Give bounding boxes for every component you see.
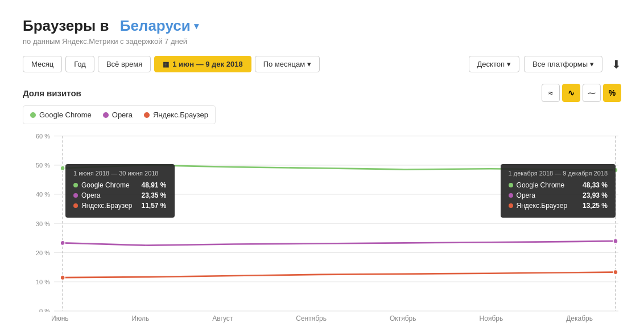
view-lines-button[interactable]: ≈: [542, 84, 560, 102]
month-button[interactable]: Месяц: [23, 56, 62, 72]
page-title-blue: Беларуси: [120, 17, 191, 35]
x-axis-labels: Июнь Июль Август Сентябрь Октябрь Ноябрь…: [23, 312, 621, 322]
platforms-button[interactable]: Все платформы ▾: [524, 56, 602, 72]
groupby-label: По месяцам: [263, 60, 306, 68]
svg-text:60 %: 60 %: [36, 133, 50, 140]
svg-text:20 %: 20 %: [36, 249, 50, 256]
percent-icon: %: [609, 88, 616, 97]
lines-icon: ≈: [548, 88, 553, 97]
period-button[interactable]: ▦ 1 июн — 9 дек 2018: [154, 56, 251, 72]
grid-icon: ▦: [163, 60, 169, 68]
legend-item-opera: Opera: [103, 111, 133, 119]
svg-text:0 %: 0 %: [39, 308, 50, 312]
legend-label-opera: Opera: [112, 111, 133, 119]
page-title-static: Браузеры в: [23, 17, 109, 35]
svg-point-17: [60, 240, 65, 246]
legend-item-chrome: Google Chrome: [30, 111, 92, 119]
x-label-november: Ноябрь: [480, 314, 503, 322]
desktop-label: Десктоп: [477, 60, 505, 68]
groupby-arrow-icon: ▾: [307, 60, 311, 68]
alltime-button[interactable]: Всё время: [98, 56, 151, 72]
period-label: 1 июн — 9 дек 2018: [172, 60, 242, 68]
chart-legend: Google Chrome Opera Яндекс.Браузер: [23, 105, 216, 124]
legend-dot-chrome: [30, 112, 36, 118]
view-flat-button[interactable]: ⁓: [583, 84, 601, 102]
curve-icon: ∿: [568, 88, 575, 97]
groupby-button[interactable]: По месяцам ▾: [255, 56, 320, 72]
legend-item-yandex: Яндекс.Браузер: [144, 111, 208, 119]
svg-text:30 %: 30 %: [36, 220, 50, 227]
desktop-arrow-icon: ▾: [507, 60, 511, 68]
flat-icon: ⁓: [588, 88, 596, 97]
svg-point-16: [60, 166, 65, 171]
chart-area: 60 % 50 % 40 % 30 % 20 % 10 % 0 %: [23, 130, 621, 312]
desktop-button[interactable]: Десктоп ▾: [469, 56, 519, 72]
legend-label-yandex: Яндекс.Браузер: [153, 111, 208, 119]
x-label-june: Июнь: [51, 314, 69, 322]
svg-text:40 %: 40 %: [36, 191, 50, 198]
chart-title: Доля визитов: [23, 88, 81, 98]
legend-dot-opera: [103, 112, 109, 118]
legend-label-chrome: Google Chrome: [39, 111, 92, 119]
x-label-december: Декабрь: [566, 314, 593, 322]
page-subtitle: по данным Яндекс.Метрики с задержкой 7 д…: [23, 37, 621, 46]
svg-point-19: [613, 168, 618, 173]
view-percent-button[interactable]: %: [603, 84, 621, 102]
svg-point-20: [613, 239, 618, 244]
svg-text:10 %: 10 %: [36, 279, 50, 285]
legend-dot-yandex: [144, 112, 150, 118]
platforms-arrow-icon: ▾: [590, 60, 594, 68]
x-label-september: Сентябрь: [296, 314, 327, 322]
svg-point-21: [613, 269, 618, 275]
year-button[interactable]: Год: [65, 56, 94, 72]
chart-svg: 60 % 50 % 40 % 30 % 20 % 10 % 0 %: [23, 130, 621, 312]
svg-point-18: [60, 275, 65, 280]
x-label-august: Август: [212, 314, 233, 322]
platforms-label: Все платформы: [532, 60, 588, 68]
title-dropdown-arrow[interactable]: ▾: [194, 21, 199, 31]
view-curve-button[interactable]: ∿: [562, 84, 580, 102]
svg-text:50 %: 50 %: [36, 162, 50, 169]
x-label-july: Июль: [132, 314, 150, 322]
download-icon[interactable]: ⬇: [612, 58, 621, 71]
x-label-october: Октябрь: [390, 314, 416, 322]
